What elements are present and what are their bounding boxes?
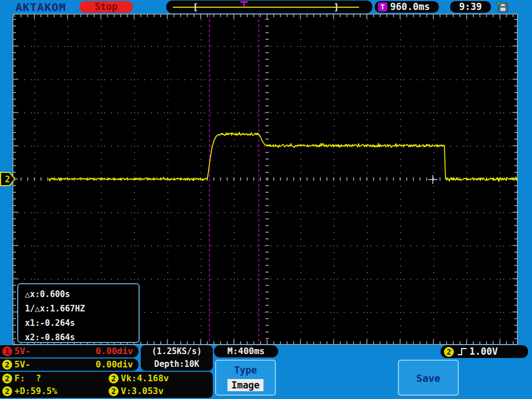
trigger-source-badge: 2 bbox=[444, 347, 454, 357]
window-right-bracket-icon: ] bbox=[334, 1, 339, 13]
sample-rate: (1.25KS/s) bbox=[141, 345, 213, 358]
save-to-disk-icon bbox=[495, 1, 509, 13]
trigger-marker-stem bbox=[243, 3, 245, 6]
meas-channel-badge: 2 bbox=[2, 386, 12, 396]
save-button-label: Save bbox=[399, 372, 458, 383]
clock: 9:39 bbox=[450, 1, 491, 13]
type-menu-button[interactable]: Type Image bbox=[215, 360, 276, 396]
meas-v: 2 V:3.053v bbox=[106, 385, 212, 397]
window-left-bracket-icon: [ bbox=[193, 1, 198, 13]
channel2-badge: 2 bbox=[2, 360, 12, 370]
trigger-t-icon: T bbox=[378, 2, 387, 12]
trigger-time-value: 960.0ms bbox=[390, 1, 430, 13]
meas-frequency: 2 F: ? bbox=[0, 372, 105, 385]
oscilloscope-screen: AKTAKOM Stop [ ] T 960.0ms 9:39 △x:0.600… bbox=[0, 0, 532, 399]
channel2-scale: 5V- bbox=[14, 359, 30, 371]
meas-vk-value: Vk:4.168v bbox=[121, 372, 169, 385]
memory-depth: Depth:10K bbox=[141, 358, 213, 371]
meas-channel-badge: 2 bbox=[109, 374, 119, 383]
cursor-x2: x2:-0.864s bbox=[25, 330, 139, 345]
cursor-measurement-box: △x:0.600s 1/△x:1.667HZ x1:-0.264s x2:-0.… bbox=[17, 283, 140, 343]
type-button-value: Image bbox=[227, 379, 263, 391]
cursor-dx: △x:0.600s bbox=[25, 287, 139, 301]
type-button-label: Type bbox=[216, 365, 275, 376]
meas-frequency-value: F: ? bbox=[14, 372, 41, 385]
meas-channel-badge: 2 bbox=[2, 374, 12, 383]
cursor-x1: x1:-0.264s bbox=[25, 316, 139, 330]
trigger-time-badge: T 960.0ms bbox=[375, 1, 439, 13]
waveform-display: △x:0.600s 1/△x:1.667HZ x1:-0.264s x2:-0.… bbox=[13, 14, 518, 345]
channel1-badge: 1 bbox=[2, 346, 12, 356]
meas-duty: 2 +D:59.5% bbox=[0, 385, 105, 397]
meas-v-value: V:3.053v bbox=[121, 385, 163, 397]
save-button[interactable]: Save bbox=[398, 360, 459, 396]
cursor-inverse-dx: 1/△x:1.667HZ bbox=[25, 301, 139, 316]
brand-logo: AKTAKOM bbox=[16, 1, 66, 14]
trigger-level-value: 1.00V bbox=[469, 345, 498, 358]
measurements-box: 2 F: ? 2 Vk:4.168v 2 +D:59.5% 2 V:3.053v bbox=[0, 372, 213, 398]
channel1-offset: 0.00div bbox=[96, 345, 133, 357]
meas-duty-value: +D:59.5% bbox=[14, 385, 57, 397]
record-window-line bbox=[173, 7, 359, 8]
channel1-status-row: 1 5V- 0.00div bbox=[0, 345, 139, 357]
rising-edge-icon bbox=[457, 347, 467, 356]
channel2-marker-label: 2 bbox=[5, 175, 10, 185]
channel2-ground-marker: 2 bbox=[0, 172, 16, 187]
meas-vk: 2 Vk:4.168v bbox=[106, 372, 212, 385]
channel2-status-row: 2 5V- 0.00div bbox=[0, 359, 139, 371]
timebase-badge: M:400ms bbox=[214, 345, 278, 357]
acquisition-info-box: (1.25KS/s) Depth:10K bbox=[141, 345, 213, 371]
channel1-scale: 5V- bbox=[14, 345, 30, 357]
run-state-badge: Stop bbox=[79, 1, 133, 13]
trigger-position-bar: [ ] bbox=[166, 1, 372, 13]
trigger-settings-badge: 2 1.00V bbox=[441, 345, 528, 358]
meas-channel-badge: 2 bbox=[109, 386, 119, 396]
channel2-offset: 0.00div bbox=[96, 359, 133, 371]
